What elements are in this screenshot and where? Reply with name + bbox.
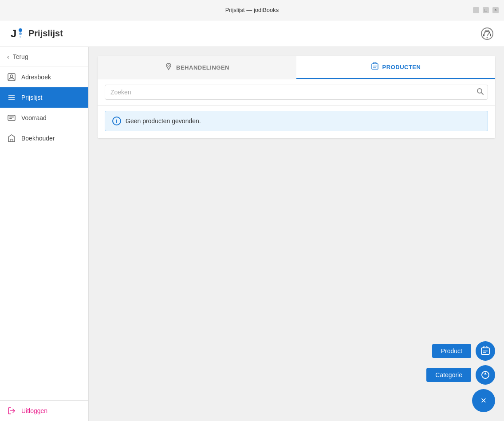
sidebar-bottom: Uitloggen <box>0 400 88 421</box>
chevron-left-icon: ‹ <box>7 53 9 60</box>
support-icon[interactable] <box>479 26 495 42</box>
fab-container: Product Categorie <box>426 341 495 412</box>
uitloggen-icon <box>7 406 16 415</box>
svg-point-19 <box>168 65 169 66</box>
svg-point-4 <box>20 36 21 38</box>
prijslijst-label: Prijslijst <box>21 94 42 101</box>
svg-point-2 <box>19 28 22 32</box>
product-button[interactable]: Product <box>432 344 471 358</box>
boekhouder-label: Boekhouder <box>21 135 55 142</box>
sidebar-item-boekhouder[interactable]: Boekhouder <box>0 128 88 148</box>
app-header: J Prijslijst <box>0 20 504 47</box>
svg-rect-7 <box>483 34 484 36</box>
svg-line-24 <box>481 93 483 94</box>
fab-product-row: Product <box>432 341 495 361</box>
svg-point-6 <box>487 37 488 38</box>
content-area: BEHANDELINGEN PRODUCTEN <box>89 47 504 421</box>
svg-rect-14 <box>8 115 15 121</box>
adresboek-icon <box>7 73 16 82</box>
behandelingen-icon <box>165 62 173 72</box>
minimize-button[interactable]: − <box>473 7 479 13</box>
adresboek-label: Adresboek <box>21 74 51 81</box>
window-controls: − □ × <box>473 7 499 13</box>
empty-state-message: i Geen producten gevonden. <box>105 111 488 131</box>
sidebar: ‹ Terug Adresboek <box>0 47 89 421</box>
window-title: Prijslijst — jodiBooks <box>225 7 279 13</box>
info-icon: i <box>112 117 121 125</box>
sidebar-item-prijslijst[interactable]: Prijslijst <box>0 87 88 108</box>
close-button[interactable]: × <box>492 7 499 13</box>
categorie-button[interactable]: Categorie <box>426 368 471 382</box>
voorraad-icon <box>7 113 16 122</box>
svg-marker-29 <box>484 372 487 374</box>
fab-close-row: × <box>472 389 495 412</box>
titlebar: Prijslijst — jodiBooks − □ × <box>0 0 504 20</box>
sidebar-item-uitloggen[interactable]: Uitloggen <box>0 401 88 421</box>
tab-producten-label: PRODUCTEN <box>382 64 421 70</box>
product-fab-icon[interactable] <box>476 341 495 361</box>
producten-icon <box>371 62 379 72</box>
main-layout: ‹ Terug Adresboek <box>0 47 504 421</box>
voorraad-label: Voorraad <box>21 114 47 121</box>
logo-icon: J <box>9 26 25 42</box>
tab-behandelingen[interactable]: BEHANDELINGEN <box>98 56 296 79</box>
app-title: Prijslijst <box>28 28 63 39</box>
sidebar-item-adresboek[interactable]: Adresboek <box>0 67 88 87</box>
sidebar-nav: Adresboek Prijslijst <box>0 67 88 400</box>
svg-rect-20 <box>372 64 378 69</box>
svg-point-10 <box>10 75 13 78</box>
svg-text:J: J <box>11 27 16 39</box>
search-input[interactable] <box>105 85 488 100</box>
search-wrapper <box>105 85 488 100</box>
categorie-fab-icon[interactable] <box>476 365 495 385</box>
close-fab-button[interactable]: × <box>472 389 495 412</box>
maximize-button[interactable]: □ <box>483 7 489 13</box>
boekhouder-icon <box>7 134 16 143</box>
logo: J Prijslijst <box>9 26 63 42</box>
search-button[interactable] <box>476 88 484 97</box>
back-button[interactable]: ‹ Terug <box>0 47 88 67</box>
svg-rect-16 <box>9 118 12 119</box>
svg-rect-15 <box>9 117 14 117</box>
back-label: Terug <box>13 53 28 60</box>
uitloggen-label: Uitloggen <box>21 407 47 414</box>
tabs-header: BEHANDELINGEN PRODUCTEN <box>98 56 495 79</box>
tab-producten[interactable]: PRODUCTEN <box>296 56 495 79</box>
fab-categorie-row: Categorie <box>426 365 495 385</box>
prijslijst-icon <box>7 93 16 102</box>
close-fab-icon: × <box>481 395 487 406</box>
tab-behandelingen-label: BEHANDELINGEN <box>176 64 229 71</box>
svg-rect-8 <box>490 34 491 36</box>
svg-rect-17 <box>10 139 13 142</box>
search-bar <box>98 79 495 105</box>
empty-state-text: Geen producten gevonden. <box>126 117 201 125</box>
tabs-panel: BEHANDELINGEN PRODUCTEN <box>98 56 495 138</box>
sidebar-item-voorraad[interactable]: Voorraad <box>0 108 88 128</box>
svg-point-3 <box>19 32 22 35</box>
